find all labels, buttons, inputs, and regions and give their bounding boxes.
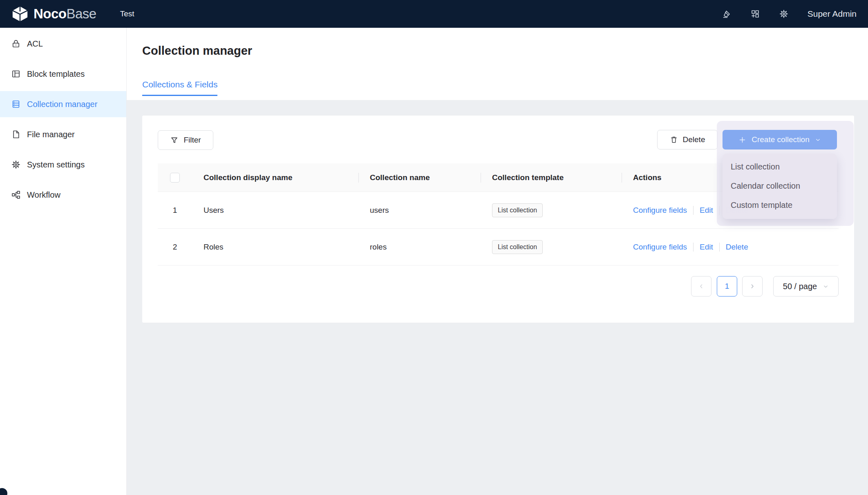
nocobase-app: NocoBase Test bbox=[0, 0, 868, 495]
settings-gear-icon[interactable] bbox=[779, 9, 789, 19]
header-select-cell bbox=[158, 163, 192, 192]
cell-display-name: Users bbox=[192, 192, 358, 228]
brand-wordmark: NocoBase bbox=[34, 6, 96, 22]
sidebar-item-label: ACL bbox=[27, 39, 43, 49]
brand-base: Base bbox=[67, 6, 96, 21]
cell-template: List collection bbox=[481, 229, 622, 265]
column-header-name: Collection name bbox=[358, 163, 481, 192]
cell-actions: Configure fields Edit Delete bbox=[622, 229, 839, 265]
cell-display-name: Roles bbox=[192, 229, 358, 265]
current-user[interactable]: Super Admin bbox=[808, 9, 857, 19]
chevron-right-icon bbox=[749, 283, 756, 290]
column-header-template: Collection template bbox=[481, 163, 622, 192]
cell-collection-name: roles bbox=[358, 229, 481, 265]
database-icon bbox=[11, 99, 21, 109]
ui-editor-highlighter-icon[interactable] bbox=[722, 9, 732, 19]
brand-logo[interactable]: NocoBase bbox=[0, 6, 96, 22]
sidebar-item-file-manager[interactable]: File manager bbox=[0, 121, 126, 147]
plus-icon bbox=[738, 136, 746, 144]
delete-link[interactable]: Delete bbox=[726, 243, 748, 252]
template-tag: List collection bbox=[492, 240, 543, 254]
table-row: 2 Roles roles List collection Configure … bbox=[158, 229, 839, 265]
sidebar-item-acl[interactable]: ACL bbox=[0, 31, 126, 57]
lock-icon bbox=[11, 39, 21, 49]
sidebar-item-collection-manager[interactable]: Collection manager bbox=[0, 91, 126, 117]
tab-collections-and-fields[interactable]: Collections & Fields bbox=[142, 80, 217, 96]
nocobase-cube-icon bbox=[11, 6, 29, 22]
page-title: Collection manager bbox=[142, 43, 868, 58]
action-separator bbox=[693, 206, 694, 215]
sidebar-item-label: Block templates bbox=[27, 69, 85, 79]
sidebar-item-label: Collection manager bbox=[27, 100, 97, 109]
menu-item-custom-template[interactable]: Custom template bbox=[723, 196, 837, 215]
page-header: Collection manager Collections & Fields bbox=[127, 28, 868, 100]
page-size-value: 50 / page bbox=[783, 282, 817, 291]
gear-icon bbox=[11, 160, 21, 169]
page-size-select[interactable]: 50 / page bbox=[773, 276, 839, 297]
sidebar-item-label: Workflow bbox=[27, 190, 60, 200]
filter-button[interactable]: Filter bbox=[158, 130, 213, 150]
create-collection-label: Create collection bbox=[752, 135, 810, 144]
sidebar-item-system-settings[interactable]: System settings bbox=[0, 152, 126, 178]
brand-noco: Noco bbox=[34, 6, 67, 21]
configure-fields-link[interactable]: Configure fields bbox=[633, 243, 687, 252]
cell-template: List collection bbox=[481, 192, 622, 228]
pagination: 1 50 / page bbox=[691, 276, 839, 297]
row-index: 1 bbox=[158, 192, 192, 228]
chevron-left-icon bbox=[698, 283, 705, 290]
menu-item-calendar-collection[interactable]: Calendar collection bbox=[723, 176, 837, 196]
pagination-prev-button[interactable] bbox=[691, 276, 711, 297]
delete-button[interactable]: Delete bbox=[657, 130, 718, 149]
select-all-checkbox[interactable] bbox=[170, 173, 180, 183]
create-collection-button[interactable]: Create collection bbox=[723, 130, 837, 149]
filter-button-label: Filter bbox=[183, 136, 201, 145]
action-separator bbox=[719, 243, 720, 252]
template-tag: List collection bbox=[492, 203, 543, 217]
layout-icon bbox=[11, 69, 21, 79]
menu-item-list-collection[interactable]: List collection bbox=[723, 157, 837, 176]
delete-button-label: Delete bbox=[683, 135, 705, 144]
chevron-down-icon bbox=[815, 137, 821, 143]
sidebar-item-label: File manager bbox=[27, 130, 75, 139]
action-separator bbox=[693, 243, 694, 252]
pagination-next-button[interactable] bbox=[742, 276, 763, 297]
file-icon bbox=[11, 129, 21, 139]
sidebar-item-block-templates[interactable]: Block templates bbox=[0, 61, 126, 87]
create-collection-dropdown: List collection Calendar collection Cust… bbox=[723, 154, 837, 219]
chevron-down-icon bbox=[823, 283, 829, 290]
configure-fields-link[interactable]: Configure fields bbox=[633, 206, 687, 215]
settings-sidebar: ACL Block templates Collect bbox=[0, 28, 127, 495]
navbar-right: Super Admin bbox=[722, 9, 868, 19]
top-navbar: NocoBase Test bbox=[0, 0, 868, 28]
edit-link[interactable]: Edit bbox=[700, 206, 713, 215]
cell-collection-name: users bbox=[358, 192, 481, 228]
pagination-page-1[interactable]: 1 bbox=[717, 276, 737, 297]
column-header-display-name: Collection display name bbox=[192, 163, 358, 192]
filter-funnel-icon bbox=[170, 136, 179, 145]
nav-menu-test[interactable]: Test bbox=[120, 9, 134, 18]
edit-link[interactable]: Edit bbox=[700, 243, 713, 252]
trash-icon bbox=[670, 136, 678, 144]
sidebar-item-workflow[interactable]: Workflow bbox=[0, 182, 126, 208]
row-index: 2 bbox=[158, 229, 192, 265]
plugins-grid-icon[interactable] bbox=[750, 9, 760, 19]
workflow-icon bbox=[11, 190, 21, 200]
create-collection-overlay: Create collection List collection Calend… bbox=[717, 121, 854, 226]
sidebar-item-label: System settings bbox=[27, 160, 85, 169]
tab-bar: Collections & Fields bbox=[142, 80, 868, 96]
